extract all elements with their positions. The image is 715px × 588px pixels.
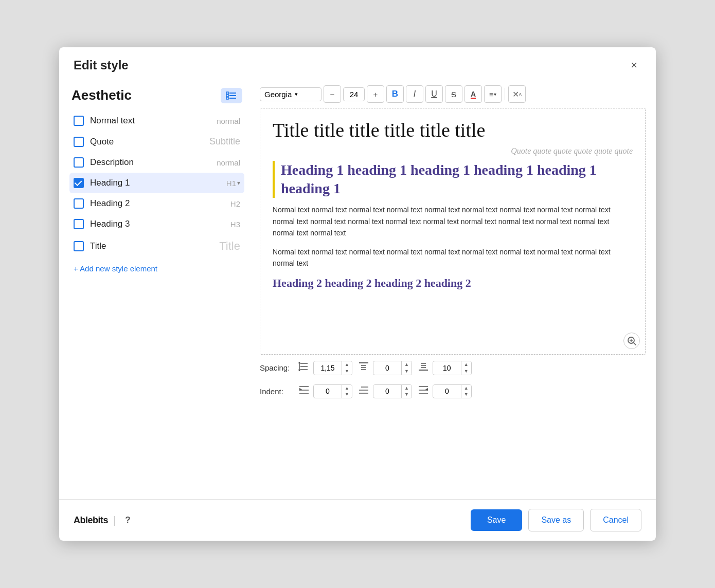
style-name-title: Title xyxy=(90,241,213,251)
h1-dropdown-icon: ▾ xyxy=(237,179,240,187)
spacing-after-input[interactable] xyxy=(433,362,461,374)
indent-first-group: ▲ ▼ xyxy=(358,384,412,399)
indent-right-up[interactable]: ▲ xyxy=(461,385,471,392)
svg-line-7 xyxy=(634,343,636,345)
checkbox-heading1[interactable] xyxy=(74,178,84,188)
style-item-title[interactable]: Title Title xyxy=(69,234,244,258)
underline-button[interactable]: U xyxy=(425,85,443,103)
line-spacing-up[interactable]: ▲ xyxy=(342,361,352,368)
checkbox-heading2[interactable] xyxy=(74,198,84,209)
checkbox-title[interactable] xyxy=(74,241,84,251)
dialog-header: Edit style × xyxy=(59,47,656,78)
indent-right-input[interactable] xyxy=(433,385,461,397)
checklist-button[interactable] xyxy=(221,88,242,103)
font-size-input[interactable] xyxy=(343,87,365,101)
style-item-normal-text[interactable]: Normal text normal xyxy=(69,111,244,131)
font-selector[interactable]: Georgia ▾ xyxy=(260,87,321,101)
checklist-icon xyxy=(226,91,237,100)
dialog-title: Edit style xyxy=(74,58,129,72)
spacing-before-input[interactable] xyxy=(373,362,401,374)
preview-normal-2: Normal text normal text normal text norm… xyxy=(273,246,633,269)
indent-left-spinner: ▲ ▼ xyxy=(313,384,352,399)
style-preview-title: Title xyxy=(219,240,240,253)
indent-first-input[interactable] xyxy=(373,385,401,397)
spacing-after-down[interactable]: ▼ xyxy=(461,368,471,375)
spacing-before-up[interactable]: ▲ xyxy=(402,361,412,368)
font-color-label: A xyxy=(471,90,476,98)
footer-left: Ablebits | ? xyxy=(74,514,135,526)
save-button[interactable]: Save xyxy=(471,509,522,531)
toolbar-separator xyxy=(505,88,505,100)
indent-right-group: ▲ ▼ xyxy=(417,384,472,399)
indent-first-up[interactable]: ▲ xyxy=(402,385,412,392)
indent-left-input[interactable] xyxy=(314,385,342,397)
style-item-heading2[interactable]: Heading 2 H2 xyxy=(69,193,244,214)
align-button[interactable]: ≡ ▾ xyxy=(484,85,502,103)
italic-button[interactable]: I xyxy=(406,85,423,103)
spacing-after-group: ▲ ▼ xyxy=(417,361,472,375)
font-color-button[interactable]: A xyxy=(464,85,482,103)
spacing-label: Spacing: xyxy=(260,363,293,372)
spacing-before-spinner: ▲ ▼ xyxy=(373,361,412,375)
preview-quote: Quote quote quote quote quote quote xyxy=(273,146,633,156)
svg-rect-5 xyxy=(226,97,228,99)
font-dropdown-icon: ▾ xyxy=(295,91,298,98)
clear-format-button[interactable]: ✕A xyxy=(508,85,526,103)
style-item-description[interactable]: Description normal xyxy=(69,152,244,173)
footer-right: Save Save as Cancel xyxy=(471,509,641,531)
indent-label: Indent: xyxy=(260,387,293,396)
spacing-after-up[interactable]: ▲ xyxy=(461,361,471,368)
style-item-quote[interactable]: Quote Subtitle xyxy=(69,131,244,152)
style-preview-heading1: H1▾ xyxy=(226,179,240,188)
spacing-after-icon xyxy=(417,361,430,375)
line-spacing-arrows: ▲ ▼ xyxy=(342,361,352,375)
style-preview-normal-text: normal xyxy=(217,117,240,125)
indent-right-spinner: ▲ ▼ xyxy=(433,384,472,399)
indent-right-down[interactable]: ▼ xyxy=(461,391,471,398)
style-name-heading3: Heading 3 xyxy=(90,219,224,229)
help-button[interactable]: ? xyxy=(121,514,134,526)
style-item-heading1[interactable]: Heading 1 H1▾ xyxy=(69,173,244,193)
left-panel: Aesthetic Normal text normal xyxy=(59,82,255,495)
checkbox-heading3[interactable] xyxy=(74,219,84,229)
footer-separator: | xyxy=(113,514,116,526)
spacing-line-group: ▲ ▼ xyxy=(298,361,352,375)
zoom-button[interactable] xyxy=(623,333,640,349)
checkbox-quote[interactable] xyxy=(74,137,84,147)
style-name-normal-text: Normal text xyxy=(90,116,210,126)
line-spacing-down[interactable]: ▼ xyxy=(342,368,352,375)
font-size-decrease-button[interactable]: − xyxy=(324,85,341,103)
style-item-heading3[interactable]: Heading 3 H3 xyxy=(69,214,244,234)
indent-left-group: ▲ ▼ xyxy=(298,384,352,399)
style-preview-quote: Subtitle xyxy=(209,136,240,147)
line-spacing-icon xyxy=(298,361,310,375)
preview-area: Title title title title title title Quot… xyxy=(260,108,646,355)
strikethrough-button[interactable]: S xyxy=(445,85,462,103)
cancel-button[interactable]: Cancel xyxy=(590,509,641,531)
font-name-label: Georgia xyxy=(264,90,292,99)
indent-row: Indent: ▲ ▼ xyxy=(260,378,646,402)
spacing-before-down[interactable]: ▼ xyxy=(402,368,412,375)
bold-button[interactable]: B xyxy=(386,85,404,103)
font-size-increase-button[interactable]: + xyxy=(367,85,384,103)
indent-right-arrows: ▲ ▼ xyxy=(461,385,471,398)
indent-left-down[interactable]: ▼ xyxy=(342,391,352,398)
line-spacing-input[interactable] xyxy=(314,362,342,374)
indent-first-arrows: ▲ ▼ xyxy=(401,385,412,398)
checkbox-description[interactable] xyxy=(74,157,84,168)
spacing-before-arrows: ▲ ▼ xyxy=(401,361,412,375)
spacing-after-arrows: ▲ ▼ xyxy=(461,361,471,375)
preview-heading1: Heading 1 heading 1 heading 1 heading 1 … xyxy=(273,161,633,198)
indent-first-down[interactable]: ▼ xyxy=(402,391,412,398)
save-as-button[interactable]: Save as xyxy=(528,509,584,531)
indent-left-up[interactable]: ▲ xyxy=(342,385,352,392)
dialog-footer: Ablebits | ? Save Save as Cancel xyxy=(59,500,656,541)
indent-left-icon xyxy=(298,384,310,398)
indent-right-icon xyxy=(417,384,430,398)
add-style-button[interactable]: + Add new style element xyxy=(69,258,162,275)
ablebits-brand: Ablebits xyxy=(74,515,108,526)
style-name-heading1: Heading 1 xyxy=(90,178,220,188)
close-button[interactable]: × xyxy=(627,58,641,73)
checkbox-normal-text[interactable] xyxy=(74,116,84,126)
style-name-description: Description xyxy=(90,157,210,168)
